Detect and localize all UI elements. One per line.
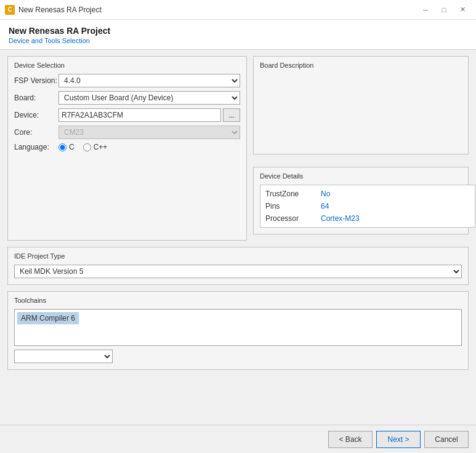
toolchains-section: Toolchains ARM Compiler 6 bbox=[7, 291, 469, 370]
device-selection-title: Device Selection bbox=[14, 62, 240, 69]
app-icon: C bbox=[5, 5, 15, 15]
language-cpp-label[interactable]: C++ bbox=[83, 143, 108, 151]
title-bar: C New Renesas RA Project ─ □ ✕ bbox=[0, 0, 476, 20]
device-details-table: TrustZone No Pins 64 Processor Cortex-M2… bbox=[260, 185, 475, 228]
language-row: Language: C C++ bbox=[14, 143, 240, 151]
device-input[interactable] bbox=[58, 108, 221, 122]
fsp-control: 4.4.0 bbox=[58, 74, 240, 87]
core-label: Core: bbox=[14, 128, 58, 137]
language-options: C C++ bbox=[58, 143, 107, 151]
table-row: Processor Cortex-M23 bbox=[260, 212, 475, 225]
right-column: Board Description Device Details TrustZo… bbox=[253, 56, 469, 241]
table-row: Pins 64 bbox=[260, 200, 475, 212]
page-subtitle: Device and Tools Selection bbox=[9, 37, 467, 44]
board-control: Custom User Board (Any Device) bbox=[58, 91, 240, 105]
footer: < Back Next > Cancel bbox=[0, 425, 476, 453]
board-label: Board: bbox=[14, 94, 58, 102]
device-control: ... bbox=[58, 108, 240, 122]
minimize-button[interactable]: ─ bbox=[417, 4, 434, 16]
cancel-button[interactable]: Cancel bbox=[424, 431, 469, 448]
window-controls: ─ □ ✕ bbox=[417, 4, 471, 16]
window-title: New Renesas RA Project bbox=[18, 6, 102, 14]
browse-button[interactable]: ... bbox=[223, 108, 240, 122]
board-description-title: Board Description bbox=[260, 62, 462, 69]
board-row: Board: Custom User Board (Any Device) bbox=[14, 91, 240, 105]
board-select[interactable]: Custom User Board (Any Device) bbox=[58, 91, 240, 105]
back-button[interactable]: < Back bbox=[328, 431, 373, 448]
language-cpp-radio[interactable] bbox=[83, 143, 91, 151]
language-cpp-text: C++ bbox=[94, 143, 108, 151]
pins-value: 64 bbox=[321, 202, 329, 210]
main-content: Device Selection FSP Version: 4.4.0 Boar… bbox=[0, 50, 476, 425]
toolchains-title: Toolchains bbox=[14, 297, 462, 304]
toolchains-list: ARM Compiler 6 bbox=[14, 309, 462, 346]
ide-project-type-select[interactable]: Keil MDK Version 5 bbox=[14, 265, 462, 278]
ide-project-type-title: IDE Project Type bbox=[14, 252, 462, 260]
device-label: Device: bbox=[14, 111, 58, 119]
close-button[interactable]: ✕ bbox=[454, 4, 471, 16]
trustzone-value: No bbox=[321, 190, 330, 198]
ide-project-type-section: IDE Project Type Keil MDK Version 5 bbox=[7, 247, 469, 285]
processor-value: Cortex-M23 bbox=[321, 214, 360, 223]
toolchain-add-row bbox=[14, 350, 462, 363]
combined-top: Device Selection FSP Version: 4.4.0 Boar… bbox=[7, 56, 469, 241]
device-details-section: Device Details TrustZone No Pins 64 Proc… bbox=[253, 167, 469, 235]
processor-label: Processor bbox=[265, 214, 321, 223]
language-c-label[interactable]: C bbox=[58, 143, 75, 151]
list-item[interactable]: ARM Compiler 6 bbox=[17, 312, 79, 324]
toolchain-add-select[interactable] bbox=[14, 350, 113, 363]
page-title: New Renesas RA Project bbox=[9, 26, 467, 36]
maximize-button[interactable]: □ bbox=[435, 4, 453, 16]
pins-label: Pins bbox=[265, 202, 321, 210]
core-row: Core: CM23 bbox=[14, 126, 240, 139]
trustzone-label: TrustZone bbox=[265, 190, 321, 198]
table-row: TrustZone No bbox=[260, 188, 475, 200]
next-button[interactable]: Next > bbox=[376, 431, 421, 448]
language-label: Language: bbox=[14, 143, 58, 151]
fsp-label: FSP Version: bbox=[14, 76, 58, 85]
fsp-version-select[interactable]: 4.4.0 bbox=[58, 74, 240, 87]
title-bar-left: C New Renesas RA Project bbox=[5, 5, 102, 15]
fsp-version-row: FSP Version: 4.4.0 bbox=[14, 74, 240, 87]
core-select: CM23 bbox=[58, 126, 240, 139]
device-details-title: Device Details bbox=[260, 172, 462, 180]
language-c-radio[interactable] bbox=[58, 143, 67, 151]
language-c-text: C bbox=[69, 143, 75, 151]
device-selection-section: Device Selection FSP Version: 4.4.0 Boar… bbox=[7, 56, 247, 241]
core-control: CM23 bbox=[58, 126, 240, 139]
device-row: Device: ... bbox=[14, 108, 240, 122]
page-header: New Renesas RA Project Device and Tools … bbox=[0, 20, 476, 50]
board-description-section: Board Description bbox=[253, 56, 469, 154]
